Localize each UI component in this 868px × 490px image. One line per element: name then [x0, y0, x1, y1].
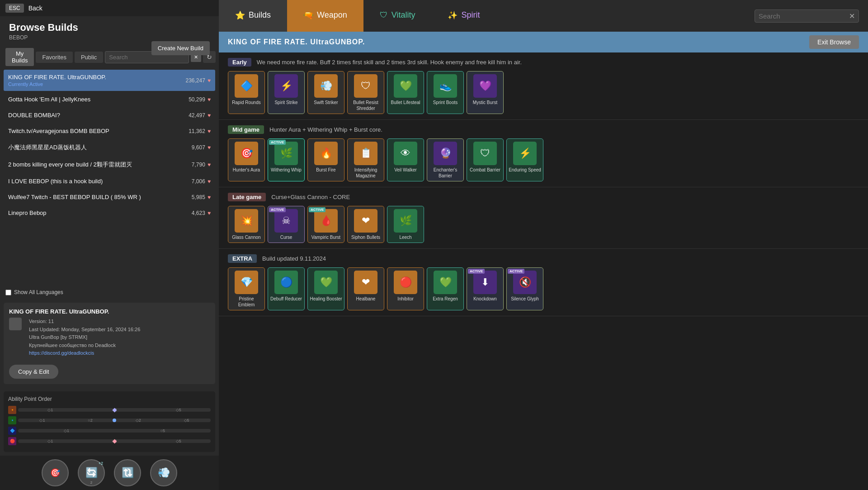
- build-name: Twitch.tv/Averagejonas BOMB BEBOP: [8, 128, 109, 134]
- item-card[interactable]: 💨 Swift Striker: [307, 71, 344, 114]
- build-item[interactable]: KING OF FIRE RATE. UltraGUNBOP. Currentl…: [4, 70, 215, 91]
- tab-favorites[interactable]: Favorites: [36, 52, 72, 63]
- build-item[interactable]: Gotta Hook 'Em All | JellyKnees 50,299 ♥: [4, 92, 215, 107]
- tab-my-builds[interactable]: My Builds: [5, 48, 34, 66]
- item-name: Intensifying Magazine: [349, 167, 382, 179]
- nav-tab-weapon[interactable]: 🔫 Weapon: [287, 0, 363, 32]
- section-note-early: We need more fire rate. Buff 2 times fir…: [257, 59, 522, 66]
- spirit-label: Spirit: [461, 10, 480, 20]
- item-card[interactable]: 💚 Bullet Lifesteal: [387, 71, 424, 114]
- extra-items-row: 💎 Pristine Emblem 🔵 Debuff Reducer 💚 Hea…: [228, 267, 859, 310]
- build-info-link[interactable]: https://discord.gg/deadlockcis: [29, 349, 140, 357]
- item-name: Spirit Strike: [274, 100, 297, 105]
- item-card[interactable]: ACTIVE ⬇ Knockdown: [467, 267, 504, 310]
- build-likes: 7,006 ♥: [192, 178, 211, 185]
- item-card[interactable]: ACTIVE ☠ Curse: [268, 206, 305, 243]
- build-name: KING OF FIRE RATE. UltraGUNBOP.: [8, 74, 106, 81]
- item-card[interactable]: ❤ Healbane: [347, 267, 384, 310]
- bottom-icon-3[interactable]: 🔃: [114, 459, 141, 486]
- left-panel: ESC Back Browse Builds BEBOP Create New …: [0, 0, 219, 490]
- item-card[interactable]: ⚡ Spirit Strike: [268, 71, 305, 114]
- item-card[interactable]: 🔴 Inhibitor: [387, 267, 424, 310]
- bottom-icon-2[interactable]: 🔄 +2 2: [78, 459, 105, 486]
- build-likes: 7,790 ♥: [192, 162, 211, 168]
- item-name: Withering Whip: [271, 167, 302, 173]
- item-name: Extra Regen: [433, 296, 458, 302]
- create-build-button[interactable]: Create New Build: [151, 41, 210, 55]
- item-card[interactable]: 🔵 Debuff Reducer: [268, 267, 305, 310]
- item-card[interactable]: 💚 Healing Booster: [307, 267, 344, 310]
- item-card[interactable]: ACTIVE 🌿 Withering Whip: [268, 138, 305, 181]
- vitality-icon: 🛡: [380, 10, 388, 20]
- item-name: Pristine Emblem: [230, 296, 263, 308]
- nav-tab-vitality[interactable]: 🛡 Vitality: [363, 0, 432, 32]
- item-name: Curse: [280, 234, 292, 240]
- build-likes: 5,985 ♥: [192, 194, 211, 200]
- item-card[interactable]: 🎯 Hunter's Aura: [228, 138, 265, 181]
- item-icon: 🔵: [274, 271, 298, 294]
- item-card[interactable]: 🛡 Bullet Resist Shredder: [347, 71, 384, 114]
- bottom-icon-1[interactable]: 🎯: [42, 459, 69, 486]
- section-note-mid: Hunter Aura + Withering Whip + Burst cor…: [269, 126, 382, 133]
- section-tag-mid: Mid game: [228, 125, 264, 134]
- esc-button[interactable]: ESC: [5, 4, 24, 13]
- heart-icon: ♥: [208, 162, 211, 168]
- item-card[interactable]: 👟 Sprint Boots: [427, 71, 464, 114]
- build-item[interactable]: 小魔法师黑星星AD蒸饭机器人 9,607 ♥: [4, 139, 215, 156]
- item-card[interactable]: 🛡 Combat Barrier: [467, 138, 504, 181]
- item-card[interactable]: 🔷 Rapid Rounds: [228, 71, 265, 114]
- section-header: Mid game Hunter Aura + Withering Whip + …: [228, 125, 859, 134]
- item-card[interactable]: 🌿 Leech: [387, 206, 424, 243]
- nav-tab-builds[interactable]: ⭐ Builds: [219, 0, 287, 32]
- bottom-icon-4[interactable]: 💨: [150, 459, 177, 486]
- build-content: KING OF FIRE RATE. UltraGUNBOP. Exit Bro…: [219, 32, 868, 490]
- build-item[interactable]: Twitch.tv/Averagejonas BOMB BEBOP 11,362…: [4, 124, 215, 138]
- build-item[interactable]: 2 bombs killing every one build / 2颗手雷就团…: [4, 157, 215, 173]
- item-icon: 🔇: [513, 271, 537, 294]
- ability-icon: 🔴: [8, 437, 16, 445]
- item-name: Bullet Resist Shredder: [349, 100, 382, 111]
- item-card[interactable]: 💥 Glass Cannon: [228, 206, 265, 243]
- build-item[interactable]: Linepro Bebop 4,623 ♥: [4, 205, 215, 220]
- active-badge: ACTIVE: [508, 269, 524, 274]
- mid-items-row: 🎯 Hunter's Aura ACTIVE 🌿 Withering Whip …: [228, 138, 859, 181]
- build-likes: 42,497 ♥: [189, 112, 211, 119]
- item-icon: 🌿: [274, 142, 298, 165]
- exit-browse-button[interactable]: Exit Browse: [809, 35, 859, 49]
- show-all-languages-checkbox[interactable]: [5, 290, 11, 295]
- build-name: 小魔法师黑星星AD蒸饭机器人: [8, 143, 87, 152]
- item-name: Glass Cannon: [232, 234, 260, 240]
- builds-label: Builds: [249, 10, 271, 20]
- build-item[interactable]: I LOVE BEBOP (this is a hook build) 7,00…: [4, 174, 215, 189]
- item-icon: ⚡: [513, 142, 537, 165]
- nav-tab-spirit[interactable]: ✨ Spirit: [431, 0, 496, 32]
- build-item[interactable]: Wulfee7 Twitch - BEST BEBOP BUILD ( 85% …: [4, 190, 215, 205]
- item-card[interactable]: 🔥 Burst Fire: [307, 138, 344, 181]
- item-icon: 💎: [235, 271, 258, 294]
- item-card[interactable]: 💎 Pristine Emblem: [228, 267, 265, 310]
- item-name: Swift Striker: [314, 100, 338, 105]
- item-card[interactable]: ❤ Siphon Bullets: [347, 206, 384, 243]
- heart-icon: ♥: [208, 144, 211, 151]
- item-name: Sprint Boots: [433, 100, 458, 105]
- back-button[interactable]: Back: [28, 5, 42, 12]
- item-card[interactable]: 👁 Veil Walker: [387, 138, 424, 181]
- right-panel: ⭐ Builds 🔫 Weapon 🛡 Vitality ✨ Spirit ✕ …: [219, 0, 868, 490]
- item-card[interactable]: ACTIVE 🩸 Vampiric Burst: [307, 206, 344, 243]
- item-card[interactable]: 💜 Mystic Burst: [467, 71, 504, 114]
- item-card[interactable]: ⚡ Enduring Speed: [506, 138, 543, 181]
- item-card[interactable]: 🔮 Enchanter's Barrier: [427, 138, 464, 181]
- show-all-languages-label: Show All Languages: [14, 289, 63, 295]
- search-nav-input[interactable]: [759, 12, 849, 20]
- item-card[interactable]: 💚 Extra Regen: [427, 267, 464, 310]
- build-item[interactable]: DOUBLE BOMBAI? 42,497 ♥: [4, 108, 215, 123]
- heart-icon: ♥: [208, 77, 211, 84]
- search-nav-clear[interactable]: ✕: [849, 12, 855, 20]
- item-card[interactable]: 📋 Intensifying Magazine: [347, 138, 384, 181]
- item-icon: 👁: [394, 142, 417, 165]
- build-likes: 4,623 ♥: [192, 210, 211, 216]
- item-name: Leech: [399, 234, 411, 240]
- item-card[interactable]: ACTIVE 🔇 Silence Glyph: [506, 267, 543, 310]
- copy-edit-button[interactable]: Copy & Edit: [9, 365, 58, 379]
- tab-public[interactable]: Public: [75, 52, 103, 63]
